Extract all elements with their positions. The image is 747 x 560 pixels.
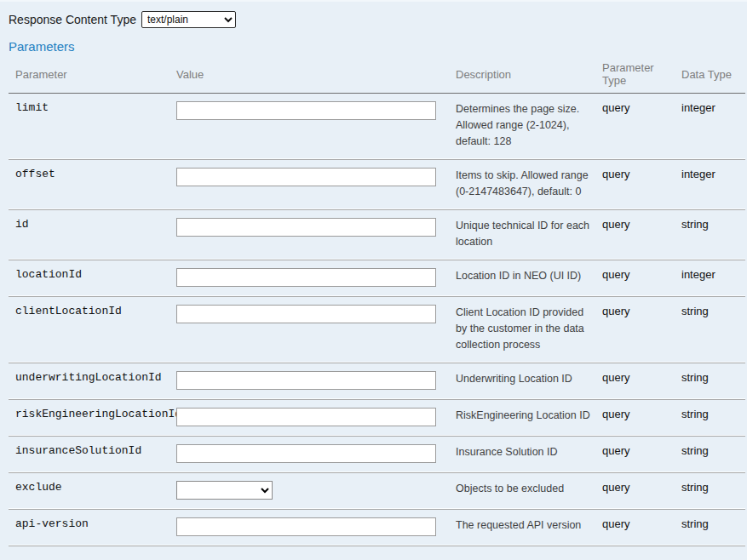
header-parameter-type: Parameter Type (591, 56, 670, 94)
parameter-description: Unique technical ID for each location (456, 220, 589, 248)
parameter-name: clientLocationId (15, 305, 122, 317)
parameter-description: RiskEngineering Location ID (456, 409, 590, 421)
parameter-name: insuranceSolutionId (15, 444, 141, 457)
table-row: offset Items to skip. Allowed range (0-2… (9, 159, 745, 209)
data-type: integer (681, 101, 715, 114)
parameter-name: exclude (15, 481, 62, 494)
value-input[interactable] (176, 444, 436, 463)
table-row: insuranceSolutionId Insurance Solution I… (9, 436, 745, 472)
table-row: riskEngineeringLocationId RiskEngineerin… (9, 399, 745, 436)
operation-panel: Response Content Type text/plain Paramet… (0, 0, 747, 560)
parameter-name: riskEngineeringLocationId (15, 408, 181, 420)
data-type: string (681, 305, 709, 317)
parameter-name: api-version (15, 517, 89, 530)
table-row: api-version The requested API version qu… (9, 509, 745, 546)
parameter-name: offset (15, 168, 55, 180)
table-header-row: Parameter Value Description Parameter Ty… (9, 56, 745, 94)
parameter-type: query (602, 268, 630, 281)
data-type: string (681, 444, 709, 457)
value-input[interactable] (176, 408, 436, 426)
data-type: integer (681, 268, 715, 281)
parameter-description: Underwriting Location ID (456, 373, 572, 385)
value-input[interactable] (176, 168, 436, 186)
parameter-name: limit (15, 101, 49, 114)
header-description: Description (445, 56, 591, 94)
value-input[interactable] (176, 268, 436, 287)
parameter-type: query (602, 168, 630, 180)
table-row: locationId Location ID in NEO (UI ID) qu… (9, 260, 745, 296)
parameter-description: Items to skip. Allowed range (0-21474836… (456, 169, 589, 197)
parameter-type: query (602, 305, 630, 317)
data-type: string (681, 517, 709, 530)
parameter-name: underwritingLocationId (15, 371, 162, 384)
parameter-name: id (15, 218, 29, 231)
parameter-description: Objects to be excluded (456, 483, 564, 494)
data-type: string (681, 481, 709, 494)
header-value: Value (176, 56, 445, 94)
parameter-type: query (602, 517, 630, 530)
table-row: underwritingLocationId Underwriting Loca… (9, 363, 745, 399)
value-input[interactable] (176, 305, 436, 323)
parameters-table: Parameter Value Description Parameter Ty… (9, 56, 745, 552)
value-input[interactable] (176, 101, 436, 120)
value-input[interactable] (176, 371, 436, 390)
data-type: string (681, 408, 709, 420)
parameter-type: query (602, 481, 630, 494)
table-row: limit Determines the page size. Allowed … (9, 94, 745, 159)
data-type: string (681, 371, 709, 384)
table-row: exclude Objects to be excluded query str… (9, 472, 745, 509)
data-type: integer (681, 168, 715, 180)
parameter-description: Location ID in NEO (UI ID) (456, 270, 581, 282)
response-content-type-row: Response Content Type text/plain (9, 10, 747, 29)
parameters-heading: Parameters (9, 39, 747, 54)
table-row: clientLocationId Client Location ID prov… (9, 296, 745, 363)
parameter-type: query (602, 444, 630, 457)
value-input[interactable] (176, 517, 436, 536)
response-content-type-label: Response Content Type (9, 13, 136, 26)
parameter-description: The requested API version (456, 519, 581, 531)
parameter-type: query (602, 408, 630, 420)
table-footer-row (9, 546, 745, 552)
value-input[interactable] (176, 218, 436, 237)
parameter-type: query (602, 101, 630, 114)
parameter-type: query (602, 218, 630, 231)
parameter-description: Insurance Solution ID (456, 446, 558, 458)
data-type: string (681, 218, 709, 231)
value-select[interactable] (176, 481, 273, 500)
table-footer-spacer (9, 546, 745, 552)
header-parameter: Parameter (9, 56, 176, 94)
parameter-name: locationId (15, 268, 82, 281)
parameter-description: Client Location ID provided by the custo… (456, 306, 584, 351)
table-row: id Unique technical ID for each location… (9, 209, 745, 260)
response-content-type-select[interactable]: text/plain (141, 11, 236, 28)
parameter-description: Determines the page size. Allowed range … (456, 103, 579, 147)
parameters-table-body: limit Determines the page size. Allowed … (9, 94, 745, 546)
parameter-type: query (602, 371, 630, 384)
header-data-type: Data Type (670, 56, 745, 94)
